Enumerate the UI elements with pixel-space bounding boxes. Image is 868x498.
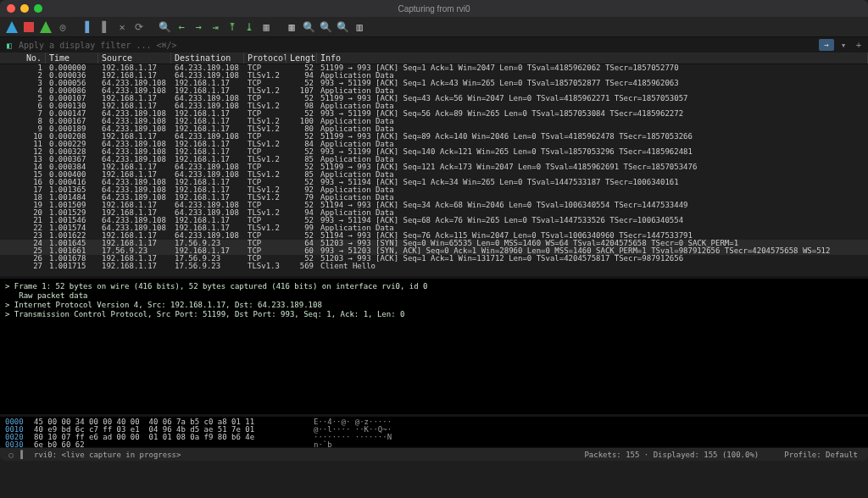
- colorize-icon[interactable]: ▦: [285, 20, 298, 34]
- detail-line[interactable]: Raw packet data: [5, 291, 863, 301]
- hex-line[interactable]: 00306e b0 60 62n·`b: [5, 441, 863, 447]
- column-header[interactable]: Destination: [171, 53, 244, 64]
- packet-row[interactable]: 261.001678192.168.1.1717.56.9.23TCP52512…: [0, 255, 868, 263]
- save-file-icon[interactable]: ▋: [98, 20, 112, 34]
- find-icon[interactable]: 🔍: [158, 20, 171, 34]
- zoom-out-icon[interactable]: 🔍: [319, 20, 332, 34]
- filter-new-button[interactable]: +: [853, 40, 865, 51]
- packet-row[interactable]: 50.000107192.168.1.1764.233.189.108TCP52…: [0, 95, 868, 102]
- go-first-icon[interactable]: ⤒: [225, 20, 239, 34]
- packet-row[interactable]: 201.001529192.168.1.1764.233.189.108TLSv…: [0, 209, 868, 217]
- window-title: Capturing from rvi0: [0, 4, 868, 14]
- packet-list-header: No.TimeSourceDestinationProtocolLengthIn…: [0, 53, 868, 64]
- packet-bytes-pane[interactable]: 000045 00 00 34 00 00 40 00 40 06 7a b5 …: [0, 417, 868, 447]
- display-filter-input[interactable]: [19, 38, 815, 52]
- packet-row[interactable]: 231.001622192.168.1.1764.233.189.108TCP5…: [0, 232, 868, 240]
- column-header[interactable]: Time: [46, 53, 98, 64]
- capture-options-icon[interactable]: ◎: [56, 20, 70, 34]
- column-header[interactable]: No.: [0, 53, 46, 64]
- reload-icon[interactable]: ⟳: [132, 20, 146, 34]
- packet-row[interactable]: 30.00005664.233.189.108192.168.1.17TCP52…: [0, 80, 868, 87]
- packet-row[interactable]: 211.00154664.233.189.108192.168.1.17TCP5…: [0, 217, 868, 224]
- packet-row[interactable]: 150.000400192.168.1.1764.233.189.108TLSv…: [0, 171, 868, 179]
- packet-row[interactable]: 40.00008664.233.189.108192.168.1.17TLSv1…: [0, 87, 868, 95]
- zoom-reset-icon[interactable]: 🔍: [336, 20, 349, 34]
- packet-row[interactable]: 191.001509192.168.1.1764.233.189.108TCP5…: [0, 202, 868, 209]
- bookmark-icon[interactable]: ◧: [3, 39, 15, 51]
- restart-capture-icon[interactable]: [39, 20, 53, 34]
- column-header[interactable]: Protocol: [244, 53, 287, 64]
- status-packets: Packets: 155 · Displayed: 155 (100.0%): [584, 451, 759, 459]
- column-header[interactable]: Length: [287, 53, 317, 64]
- packet-row[interactable]: 120.00032864.233.189.108192.168.1.17TCP5…: [0, 148, 868, 156]
- detail-line[interactable]: > Frame 1: 52 bytes on wire (416 bits), …: [5, 282, 863, 291]
- column-header[interactable]: Info: [317, 53, 868, 64]
- jump-to-icon[interactable]: ⇥: [209, 20, 222, 34]
- packet-row[interactable]: 10.000000192.168.1.1764.233.189.108TCP52…: [0, 64, 868, 72]
- filter-add-button[interactable]: ▾: [837, 40, 849, 51]
- status-profile[interactable]: Profile: Default: [784, 451, 858, 459]
- packet-row[interactable]: 140.000384192.168.1.1764.233.189.108TCP5…: [0, 163, 868, 171]
- filter-apply-button[interactable]: →: [819, 39, 834, 51]
- capture-file-icon[interactable]: ▌: [17, 451, 29, 459]
- go-forward-icon[interactable]: →: [192, 20, 205, 34]
- resize-columns-icon[interactable]: ▥: [353, 20, 366, 34]
- packet-row[interactable]: 100.000208192.168.1.1764.233.189.108TCP5…: [0, 133, 868, 141]
- packet-list[interactable]: 10.000000192.168.1.1764.233.189.108TCP52…: [0, 64, 868, 276]
- packet-row[interactable]: 241.001645192.168.1.1717.56.9.23TCP64512…: [0, 240, 868, 247]
- column-header[interactable]: Source: [98, 53, 171, 64]
- go-last-icon[interactable]: ⤓: [242, 20, 256, 34]
- go-back-icon[interactable]: ←: [175, 20, 188, 34]
- packet-row[interactable]: 251.00166117.56.9.23192.168.1.17TCP60993…: [0, 247, 868, 255]
- packet-row[interactable]: 221.00157464.233.189.108192.168.1.17TLSv…: [0, 224, 868, 232]
- packet-row[interactable]: 160.00041664.233.189.108192.168.1.17TCP5…: [0, 179, 868, 186]
- packet-row[interactable]: 80.00016764.233.189.108192.168.1.17TLSv1…: [0, 118, 868, 125]
- close-file-icon[interactable]: ✕: [115, 20, 129, 34]
- packet-row[interactable]: 110.00022964.233.189.108192.168.1.17TLSv…: [0, 141, 868, 148]
- packet-details-pane[interactable]: > Frame 1: 52 bytes on wire (416 bits), …: [0, 279, 868, 414]
- packet-row[interactable]: 181.00148464.233.189.108192.168.1.17TLSv…: [0, 194, 868, 202]
- auto-scroll-icon[interactable]: ▦: [259, 20, 273, 34]
- packet-row[interactable]: 271.001715192.168.1.1717.56.9.23TLSv1.35…: [0, 263, 868, 270]
- main-toolbar: ◎ ▋ ▋ ✕ ⟳ 🔍 ← → ⇥ ⤒ ⤓ ▦ ▦ 🔍 🔍 🔍 ▥: [0, 17, 868, 37]
- packet-row[interactable]: 70.00014764.233.189.108192.168.1.17TCP52…: [0, 110, 868, 118]
- packet-row[interactable]: 90.00018964.233.189.108192.168.1.17TLSv1…: [0, 125, 868, 133]
- zoom-in-icon[interactable]: 🔍: [302, 20, 315, 34]
- packet-row[interactable]: 130.00036764.233.189.108192.168.1.17TLSv…: [0, 156, 868, 163]
- detail-line[interactable]: > Transmission Control Protocol, Src Por…: [5, 310, 863, 319]
- filter-bar: ◧ → ▾ +: [0, 37, 868, 53]
- packet-row[interactable]: 60.000130192.168.1.1764.233.189.108TLSv1…: [0, 102, 868, 110]
- titlebar: Capturing from rvi0: [0, 0, 868, 17]
- packet-row[interactable]: 171.00136564.233.189.108192.168.1.17TLSv…: [0, 186, 868, 194]
- start-capture-icon[interactable]: [5, 20, 19, 34]
- detail-line[interactable]: > Internet Protocol Version 4, Src: 192.…: [5, 301, 863, 310]
- svg-rect-0: [24, 22, 34, 32]
- open-file-icon[interactable]: ▋: [81, 20, 95, 34]
- hex-line[interactable]: 002080 10 07 ff e6 ad 00 00 01 01 08 0a …: [5, 434, 863, 441]
- stop-capture-icon[interactable]: [22, 20, 36, 34]
- expert-info-icon[interactable]: ◯: [5, 451, 17, 459]
- status-file: rvi0: <live capture in progress>: [34, 451, 181, 459]
- status-bar: ◯ ▌ rvi0: <live capture in progress> Pac…: [0, 447, 868, 461]
- packet-row[interactable]: 20.000036192.168.1.1764.233.189.108TLSv1…: [0, 72, 868, 80]
